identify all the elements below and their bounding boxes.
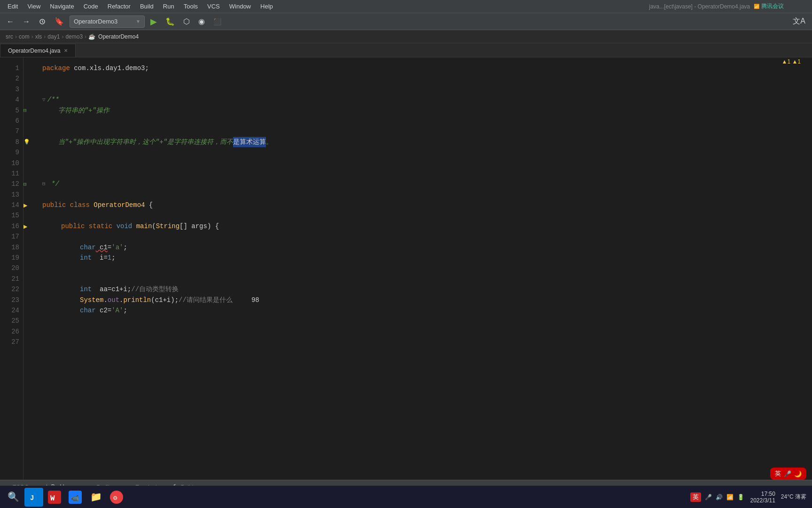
ln-25: 25	[6, 316, 19, 326]
menu-edit[interactable]: Edit	[4, 2, 22, 11]
ln-24: 24	[6, 305, 19, 316]
back-button[interactable]: ←	[4, 16, 17, 28]
ln-18: 18	[6, 242, 19, 253]
java-file-icon: ☕	[88, 33, 95, 40]
taskbar-search[interactable]: 🔍	[4, 488, 23, 507]
run-button[interactable]: ▶	[148, 15, 160, 29]
code-line-3	[42, 84, 812, 95]
ln-17: 17	[6, 231, 19, 242]
breadcrumb-demo3[interactable]: demo3	[65, 33, 83, 40]
sogou-moon-icon[interactable]: 🌙	[794, 470, 802, 477]
code-line-6	[42, 116, 812, 126]
code-line-25	[42, 316, 812, 326]
code-line-23: System.out.println(c1+i);//请问结果是什么98	[42, 295, 812, 305]
ln-19: 19	[6, 253, 19, 263]
ln-3: 3	[6, 84, 19, 95]
chevron-down-icon: ▼	[136, 19, 141, 24]
menu-navigate[interactable]: Navigate	[46, 2, 78, 11]
code-line-1: package com.xls.day1.demo3;	[42, 63, 812, 73]
fold-icon-javadoc[interactable]: ▽	[42, 96, 46, 104]
taskbar-tencent-meeting[interactable]: 📹	[66, 488, 85, 507]
battery-icon[interactable]: 🔋	[737, 494, 744, 500]
sogou-ime-popup[interactable]: 英 🎤 🌙	[770, 468, 806, 480]
menu-build[interactable]: Build	[136, 2, 157, 11]
code-line-12: ⊟ */	[42, 179, 812, 189]
ln-1: 1	[6, 63, 19, 73]
breadcrumb-sep-3: ›	[44, 33, 46, 40]
taskbar-intellij[interactable]: J	[24, 488, 43, 507]
mic-icon[interactable]: 🎤	[705, 494, 712, 500]
recent-files-button[interactable]	[36, 16, 49, 27]
taskbar-app5[interactable]: ⚙	[107, 488, 126, 507]
ln-20: 20	[6, 263, 19, 273]
code-line-9	[42, 147, 812, 158]
tab-operatordemo4[interactable]: OperatorDemo4.java ✕	[0, 44, 76, 57]
profile-button[interactable]: ◉	[195, 15, 208, 28]
menu-vcs[interactable]: VCS	[203, 2, 224, 11]
ln-15: 15	[6, 210, 19, 221]
breadcrumb-day1[interactable]: day1	[47, 33, 60, 40]
ln-10: 10	[6, 158, 19, 168]
code-line-13	[42, 190, 812, 200]
volume-icon[interactable]: 🔊	[716, 494, 723, 500]
breadcrumb-src[interactable]: src	[6, 33, 13, 40]
ln-23: 23	[6, 295, 19, 305]
code-line-5: 字符串的"+"操作	[42, 105, 812, 116]
network-icon[interactable]: 📶	[726, 494, 734, 500]
translate-button[interactable]: 文A	[790, 15, 808, 28]
ln-16: 16	[6, 221, 19, 231]
taskbar-file-manager[interactable]: 📁	[86, 488, 105, 507]
signal-icon: 📶	[754, 4, 759, 9]
menu-tools[interactable]: Tools	[180, 2, 202, 11]
coverage-button[interactable]: ⬡	[180, 15, 193, 28]
fold-icon-close[interactable]: ⊟	[42, 180, 46, 189]
menu-code[interactable]: Code	[80, 2, 102, 11]
code-line-14: public class OperatorDemo4 {	[42, 200, 812, 210]
breadcrumb-sep-4: ›	[62, 33, 63, 40]
project-selector[interactable]: OperatorDemo3 ▼	[70, 16, 145, 28]
taskbar: 🔍 J W 📹 📁 ⚙ 英 🎤 🔊 📶 🔋 17:50 2022/3/11 24…	[0, 485, 812, 508]
ln-2: 2	[6, 73, 19, 84]
menu-help[interactable]: Help	[257, 2, 277, 11]
date-display: 2022/3/11	[750, 497, 775, 504]
code-line-19: int i=1;	[42, 253, 812, 263]
menu-run[interactable]: Run	[159, 2, 178, 11]
svg-text:📹: 📹	[71, 494, 79, 502]
taskbar-clock[interactable]: 17:50 2022/3/11	[750, 491, 775, 504]
breadcrumb-sep-5: ›	[85, 33, 86, 40]
stop-button[interactable]: ⬛	[211, 16, 224, 27]
file-path-label: java...[ect\javase] - OperatorDemo4.java	[649, 3, 750, 10]
tencent-meeting-button[interactable]: 📶 腾讯会议	[754, 2, 784, 10]
breadcrumb: src › com › xls › day1 › demo3 › ☕ Opera…	[0, 30, 812, 43]
tencent-label: 腾讯会议	[761, 2, 784, 10]
ime-icon[interactable]: 英	[690, 492, 701, 502]
forward-button[interactable]: →	[20, 16, 33, 28]
code-line-11	[42, 168, 812, 179]
ln-14: 14	[6, 200, 19, 210]
menu-refactor[interactable]: Refactor	[104, 2, 134, 11]
ln-4: 4	[6, 95, 19, 105]
breadcrumb-xls[interactable]: xls	[35, 33, 42, 40]
code-line-7	[42, 126, 812, 136]
line-numbers: 1 2 3 4 5 6 7 8 9 10 11 12 13 14 15 16 1…	[0, 57, 23, 480]
menu-window[interactable]: Window	[226, 2, 255, 11]
breadcrumb-class[interactable]: OperatorDemo4	[98, 33, 139, 40]
ln-11: 11	[6, 168, 19, 179]
breadcrumb-sep-2: ›	[31, 33, 33, 40]
tab-filename: OperatorDemo4.java	[8, 48, 60, 54]
code-line-20	[42, 263, 812, 273]
ln-13: 13	[6, 190, 19, 200]
debug-button[interactable]: 🐛	[163, 15, 178, 28]
breadcrumb-com[interactable]: com	[19, 33, 30, 40]
bookmark-button[interactable]: 🔖	[52, 15, 67, 28]
taskbar-wps[interactable]: W	[45, 488, 64, 507]
code-content[interactable]: package com.xls.day1.demo3; ▽/** 字符串的"+"…	[35, 57, 812, 480]
code-line-17	[42, 231, 812, 242]
tab-close-icon[interactable]: ✕	[64, 48, 68, 53]
ln-12: 12	[6, 179, 19, 189]
taskbar-right: 英 🎤 🔊 📶 🔋 17:50 2022/3/11 24°C 薄雾	[690, 491, 806, 504]
sogou-mic-icon[interactable]: 🎤	[784, 470, 791, 477]
weather-display: 24°C 薄雾	[781, 493, 806, 501]
code-line-24: char c2='A';	[42, 305, 812, 316]
menu-view[interactable]: View	[23, 2, 44, 11]
